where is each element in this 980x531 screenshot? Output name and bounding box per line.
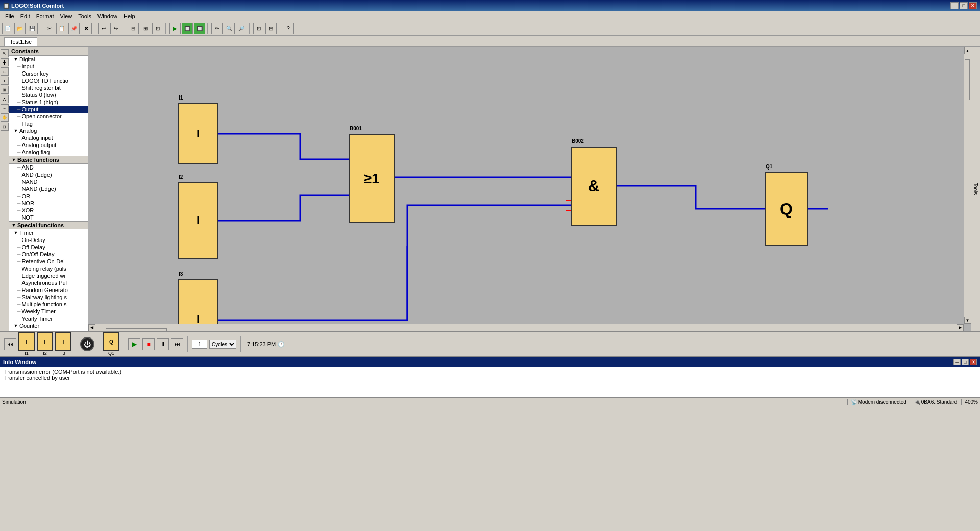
- tree-logo-td[interactable]: ─ LOGO! TD Functio: [9, 77, 88, 84]
- menu-window[interactable]: Window: [94, 12, 120, 20]
- text-tool[interactable]: T: [1, 77, 9, 85]
- cycles-input[interactable]: [192, 340, 207, 349]
- sim-Q1-block[interactable]: Q: [103, 332, 119, 351]
- tree-not[interactable]: ─ NOT: [9, 214, 88, 221]
- tree-timer[interactable]: ▼ Timer: [9, 229, 88, 236]
- sim-step-btn[interactable]: ⏭: [171, 338, 183, 350]
- tree-input[interactable]: ─ Input: [9, 63, 88, 70]
- connect-tool[interactable]: ╋: [1, 58, 9, 66]
- tree-counter[interactable]: ▼ Counter: [9, 322, 88, 329]
- hscroll-left-btn[interactable]: ◀: [88, 324, 95, 331]
- tree-shift-reg[interactable]: ─ Shift register bit: [9, 84, 88, 91]
- menu-edit[interactable]: Edit: [17, 12, 33, 20]
- sim-I1-block[interactable]: I: [18, 332, 35, 351]
- tab-test1[interactable]: Test1.lsc: [4, 37, 37, 46]
- sim-play-btn[interactable]: ▶: [128, 338, 140, 350]
- sim-tool[interactable]: ~: [1, 104, 9, 112]
- zoom-tool[interactable]: A: [1, 95, 9, 103]
- tree-status1[interactable]: ─ Status 1 (high): [9, 99, 88, 106]
- menu-view[interactable]: View: [57, 12, 76, 20]
- info-maximize-btn[interactable]: □: [962, 359, 969, 365]
- paste-button[interactable]: 📌: [68, 23, 80, 34]
- minimize-button[interactable]: ─: [950, 2, 959, 9]
- tree-retentive[interactable]: ─ Retentive On-Del: [9, 258, 88, 265]
- vscroll-track[interactable]: [964, 54, 971, 317]
- block-I3[interactable]: I3 I: [178, 279, 218, 324]
- extra-tool[interactable]: ⊟: [1, 123, 9, 131]
- tree-multi-func[interactable]: ─ Multiple function s: [9, 301, 88, 308]
- info-close-btn[interactable]: ✕: [970, 359, 977, 365]
- tree-random-gen[interactable]: ─ Random Generato: [9, 286, 88, 294]
- tree-on-off-delay[interactable]: ─ On/Off-Delay: [9, 251, 88, 258]
- tree-analog-input[interactable]: ─ Analog input: [9, 134, 88, 141]
- copy-button[interactable]: 📋: [56, 23, 67, 34]
- tree-analog-output[interactable]: ─ Analog output: [9, 141, 88, 149]
- tree-nor[interactable]: ─ NOR: [9, 200, 88, 207]
- block-I2[interactable]: I2 I: [178, 182, 218, 259]
- open-button[interactable]: 📂: [14, 23, 26, 34]
- tree-digital[interactable]: ▼ Digital: [9, 56, 88, 63]
- sim-button[interactable]: 🔲: [182, 23, 193, 34]
- pencil-button[interactable]: ✏: [211, 23, 223, 34]
- help-button[interactable]: ?: [283, 23, 294, 34]
- tree-on-delay[interactable]: ─ On-Delay: [9, 236, 88, 244]
- tree-nand-edge[interactable]: ─ NAND (Edge): [9, 185, 88, 192]
- tree-updown-counter[interactable]: ─ Up/Down counter: [9, 329, 88, 331]
- hscroll-thumb[interactable]: [106, 328, 167, 331]
- tree-status0[interactable]: ─ Status 0 (low): [9, 91, 88, 99]
- tree-cursor-key[interactable]: ─ Cursor key: [9, 70, 88, 77]
- new-button[interactable]: 📄: [2, 23, 13, 34]
- block-I1[interactable]: I1 I: [178, 103, 218, 164]
- tree-analog-section[interactable]: ▼ Analog: [9, 127, 88, 134]
- tree-output[interactable]: ─ Output: [9, 106, 88, 113]
- sim-stop-btn[interactable]: ■: [142, 338, 155, 350]
- delete-button[interactable]: ✖: [81, 23, 92, 34]
- maximize-button[interactable]: □: [960, 2, 968, 9]
- cycles-select[interactable]: Cycles: [209, 340, 236, 349]
- redo-button[interactable]: ↪: [110, 23, 121, 34]
- tree-yearly-timer[interactable]: ─ Yearly Timer: [9, 315, 88, 322]
- tree-xor[interactable]: ─ XOR: [9, 207, 88, 214]
- menu-format[interactable]: Format: [33, 12, 57, 20]
- save-button[interactable]: 💾: [27, 23, 38, 34]
- tree-analog-flag[interactable]: ─ Analog flag: [9, 149, 88, 156]
- label-tool[interactable]: ⊞: [1, 86, 9, 94]
- run-button[interactable]: ▶: [169, 23, 181, 34]
- cut-button[interactable]: ✂: [44, 23, 55, 34]
- sim-rewind-btn[interactable]: ⏮: [4, 338, 16, 350]
- sim-I3-block[interactable]: I: [55, 332, 71, 351]
- tree-nand[interactable]: ─ NAND: [9, 178, 88, 185]
- menu-tools[interactable]: Tools: [75, 12, 94, 20]
- tree-edge-trig[interactable]: ─ Edge triggered wi: [9, 272, 88, 279]
- tree-wiping[interactable]: ─ Wiping relay (puls: [9, 265, 88, 272]
- menu-help[interactable]: Help: [120, 12, 138, 20]
- block-B001[interactable]: B001 ≥1: [349, 134, 395, 223]
- close-button[interactable]: ✕: [969, 2, 977, 9]
- zoom-100-button[interactable]: ⊟: [265, 23, 277, 34]
- tree-async-pulse[interactable]: ─ Asynchronous Pul: [9, 279, 88, 286]
- vscroll-thumb[interactable]: [965, 59, 970, 100]
- tree-weekly-timer[interactable]: ─ Weekly Timer: [9, 308, 88, 315]
- block-B002[interactable]: B002 &: [571, 147, 617, 226]
- undo-button[interactable]: ↩: [98, 23, 109, 34]
- right-handle[interactable]: Tools: [971, 47, 980, 331]
- tree-basic-functions[interactable]: ▼ Basic functions: [9, 156, 88, 164]
- tree-flag[interactable]: ─ Flag: [9, 120, 88, 127]
- tree-off-delay[interactable]: ─ Off-Delay: [9, 244, 88, 251]
- hand-tool[interactable]: ✋: [1, 113, 9, 122]
- zoom-fit-button[interactable]: ⊡: [253, 23, 264, 34]
- tree-stairway[interactable]: ─ Stairway lighting s: [9, 294, 88, 301]
- zoom-in-button[interactable]: 🔎: [236, 23, 247, 34]
- tree-or[interactable]: ─ OR: [9, 192, 88, 200]
- menu-file[interactable]: File: [2, 12, 17, 20]
- hscroll-right-btn[interactable]: ▶: [957, 324, 964, 331]
- info-minimize-btn[interactable]: ─: [953, 359, 961, 365]
- align-button[interactable]: ⊟: [128, 23, 139, 34]
- sim-power-btn[interactable]: ⏻: [80, 337, 94, 351]
- tree-special-functions[interactable]: ▼ Special functions: [9, 221, 88, 229]
- sim2-button[interactable]: 🔲: [194, 23, 205, 34]
- sim-I2-block[interactable]: I: [37, 332, 53, 351]
- tree-and[interactable]: ─ AND: [9, 164, 88, 171]
- cursor-tool[interactable]: ↖: [1, 49, 9, 57]
- tree-and-edge[interactable]: ─ AND (Edge): [9, 171, 88, 178]
